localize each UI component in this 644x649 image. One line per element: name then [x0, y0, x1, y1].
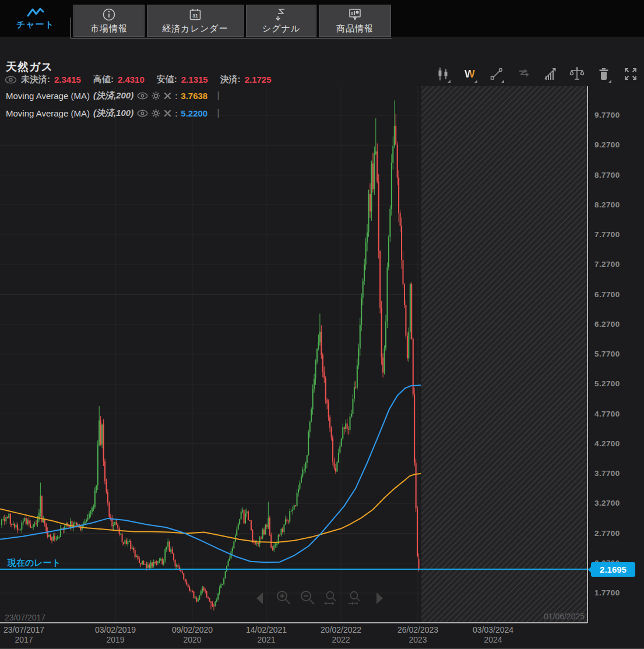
y-axis-label: 4.7700 [594, 410, 620, 418]
zoom-expand-icon [324, 590, 339, 607]
chart-end-date: 01/06/2025 [544, 612, 585, 621]
y-axis-label: 1.7700 [594, 588, 620, 597]
y-axis-label: 4.2700 [594, 439, 620, 448]
indicator-name: Moving Average (MA) [6, 108, 90, 118]
indicator-value: 5.2200 [181, 108, 207, 118]
scroll-left-button[interactable] [252, 590, 268, 607]
tab-bottom-divider [71, 38, 392, 38]
y-axis-label: 8.2700 [594, 200, 620, 209]
timeframe-label: W [464, 68, 475, 80]
stat-label: 未決済: [21, 74, 50, 85]
line-chart-icon [27, 7, 44, 17]
y-axis-label: 6.7700 [594, 290, 620, 299]
tab-label: 市場情報 [90, 23, 128, 34]
x-axis-label: 20/02/20222022 [321, 625, 361, 644]
zoom-in-button[interactable] [276, 590, 291, 607]
expand-icon [623, 66, 638, 82]
x-axis-label: 03/02/20192019 [95, 625, 136, 644]
stat-value: 2.4310 [118, 75, 145, 84]
y-axis-label: 3.2700 [594, 499, 620, 507]
tab-label: 経済カレンダー [162, 23, 228, 34]
eye-icon[interactable] [5, 76, 17, 84]
product-info-icon [347, 8, 363, 22]
indicators-button[interactable] [543, 65, 558, 83]
tab-economic-calendar[interactable]: 31 経済カレンダー [147, 5, 244, 37]
trash-icon [597, 67, 610, 81]
scroll-right-button[interactable] [372, 590, 387, 607]
tab-label: シグナル [262, 23, 300, 34]
instrument-title: 天然ガス [6, 59, 53, 75]
close-icon[interactable] [164, 92, 171, 100]
candlestick-icon [437, 67, 449, 81]
y-axis-label: 5.2700 [594, 379, 620, 388]
scale-button[interactable] [569, 65, 585, 83]
eye-icon[interactable] [137, 110, 148, 117]
x-axis-label: 03/03/20242024 [473, 625, 513, 644]
future-area-hatch [421, 86, 587, 623]
tab-signal[interactable]: シグナル [246, 5, 316, 37]
active-tab-divider [71, 17, 71, 38]
x-axis-label: 23/07/20172017 [3, 625, 44, 644]
current-price-tag: 2.1695 [591, 562, 635, 577]
trendline-icon [490, 67, 504, 81]
gear-icon[interactable] [152, 91, 160, 100]
tab-product-info[interactable]: 商品情報 [319, 5, 391, 37]
stat-value: 2.3415 [54, 75, 81, 84]
eye-icon[interactable] [137, 92, 148, 100]
x-axis-label: 26/02/20232023 [397, 625, 438, 644]
zoom-out-button[interactable] [300, 590, 315, 607]
left-arrow-icon [255, 592, 265, 605]
zoom-reset-icon [348, 590, 363, 607]
y-axis-label: 9.7700 [594, 111, 620, 119]
compare-button[interactable] [516, 65, 531, 83]
chart-type-button[interactable] [435, 65, 451, 83]
indicator-value: 3.7638 [181, 91, 207, 101]
stat-value: 2.1315 [181, 75, 208, 84]
y-axis-label: 8.7700 [594, 171, 620, 179]
indicator-params: (決済,200) [93, 90, 133, 101]
current-rate-label: 現在のレート [8, 558, 61, 569]
y-axis-label: 2.7700 [594, 529, 620, 538]
drawing-tools-button[interactable] [489, 65, 504, 83]
x-axis-label: 09/02/20202020 [172, 625, 213, 644]
indicator-legend-ma200: Moving Average (MA) (決済,200) : 3.7638 | [6, 90, 220, 101]
rising-bars-icon [543, 67, 557, 81]
zoom-out-icon [300, 590, 315, 606]
chart-start-date: 23/07/2017 [5, 613, 45, 622]
x-axis-label: 14/02/20212021 [246, 625, 287, 644]
indicator-colon: : [175, 91, 177, 101]
tab-bar: チャート 市場情報 31 経済カレンダー [0, 0, 644, 37]
right-arrow-icon [374, 592, 385, 605]
zoom-range-expand-button[interactable] [324, 590, 339, 607]
y-axis-label: 3.7700 [594, 469, 620, 478]
tab-chart[interactable]: チャート [0, 0, 71, 37]
zoom-range-reset-button[interactable] [348, 590, 363, 607]
info-icon [102, 8, 116, 22]
indicator-legend-ma100: Moving Average (MA) (決済,100) : 5.2200 | [6, 107, 220, 119]
y-axis-label: 9.2700 [594, 140, 620, 149]
balance-scale-icon [569, 66, 585, 82]
tab-label: 商品情報 [336, 23, 374, 34]
stat-label: 高値: [93, 74, 114, 85]
y-axis-label: 7.2700 [594, 260, 620, 269]
y-axis-label: 5.7700 [594, 350, 620, 358]
timeframe-button[interactable]: W [462, 65, 477, 83]
svg-text:31: 31 [192, 12, 198, 18]
y-axis-label: 7.7700 [594, 230, 620, 239]
stat-value: 2.1725 [245, 75, 272, 84]
chart-toolbar: W [435, 65, 638, 83]
signal-icon [275, 8, 288, 22]
ohlc-stats-row: 未決済: 2.3415 高値: 2.4310 安値: 2.1315 決済: 2.… [5, 74, 280, 85]
tab-market-info[interactable]: 市場情報 [73, 5, 145, 37]
zoom-in-icon [276, 590, 291, 606]
close-icon[interactable] [164, 110, 171, 117]
stat-label: 安値: [157, 74, 177, 85]
stat-label: 決済: [220, 74, 241, 85]
tab-label: チャート [16, 19, 54, 30]
gear-icon[interactable] [152, 109, 160, 118]
delete-button[interactable] [596, 65, 611, 83]
chart-nav-toolbar [252, 590, 387, 607]
zigzag-arrows-icon [517, 67, 530, 81]
fullscreen-button[interactable] [623, 65, 638, 83]
indicator-colon: : [175, 108, 177, 118]
